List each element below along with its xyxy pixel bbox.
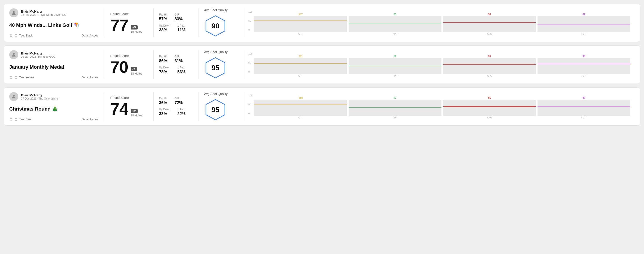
- tee-label: Tee: Yellow: [19, 76, 34, 79]
- weather-icon: [9, 33, 13, 37]
- bar-wrapper: [443, 100, 536, 116]
- card-left-section: Blair McHarg12 Feb 2022 · Royal North De…: [9, 8, 104, 37]
- quality-section: Avg Shot Quality 95: [199, 50, 244, 79]
- bar-label: ARG: [487, 75, 492, 77]
- hexagon-container: 95: [204, 98, 227, 121]
- quality-score: 95: [211, 64, 220, 72]
- top-stats-row: FW Hit 36%GIR 72%: [159, 97, 193, 105]
- round-card: Blair McHarg27 Dec 2021 · The Oxfordshir…: [4, 87, 640, 126]
- tee-label: Tee: Blue: [19, 118, 31, 121]
- fw-hit-value: 36%: [159, 101, 167, 105]
- bar-background: [254, 100, 347, 116]
- bar-value: 82: [583, 13, 585, 15]
- bar-group: 98ARG: [443, 13, 536, 35]
- bar-wrapper: [254, 58, 347, 74]
- gir-value: 72%: [174, 101, 183, 105]
- score-row: 74+218 Holes: [110, 101, 147, 117]
- bar-background: [349, 16, 442, 32]
- score-pill: +2: [130, 109, 138, 113]
- updown-label: Up/Down: [159, 108, 170, 111]
- round-card: Blair McHarg29 Jan 2022 · Mill Ride GCCJ…: [4, 45, 640, 84]
- bot-stats-row: Up/Down 78%1 Putt 56%: [159, 66, 193, 74]
- bar-group: 96ARG: [443, 55, 536, 77]
- updown-stat: Up/Down 33%: [159, 108, 170, 116]
- score-label: Round Score: [110, 12, 147, 16]
- bar-value: 101: [299, 55, 303, 57]
- fw-hit-label: FW Hit: [159, 55, 167, 58]
- bar-line: [538, 24, 630, 25]
- bar-line: [349, 23, 442, 23]
- bar-wrapper: [254, 16, 347, 32]
- bar-label: APP: [393, 75, 397, 77]
- bar-group: 95APP: [349, 13, 442, 35]
- updown-stat: Up/Down 33%: [159, 24, 170, 32]
- stats-section: FW Hit 86%GIR 61%Up/Down 78%1 Putt 56%: [154, 50, 199, 79]
- chart-area: 100500107OTT95APP98ARG82PUTT: [248, 10, 630, 35]
- data-source: Data: Arccos: [82, 118, 98, 121]
- bar-background: [443, 16, 536, 32]
- gir-stat: GIR 61%: [174, 55, 183, 63]
- bar-wrapper: [349, 58, 442, 74]
- user-meta: 29 Jan 2022 · Mill Ride GCC: [21, 55, 55, 58]
- fw-hit-value: 57%: [159, 17, 167, 21]
- chart-y-axis: 100500: [248, 94, 252, 119]
- bot-stats-row: Up/Down 33%1 Putt 11%: [159, 24, 193, 32]
- fw-hit-stat: FW Hit 86%: [159, 55, 167, 63]
- fw-hit-label: FW Hit: [159, 97, 167, 100]
- y-label: 100: [248, 10, 252, 13]
- holes-label: 18 Holes: [130, 114, 142, 117]
- card-left-section: Blair McHarg29 Jan 2022 · Mill Ride GCCJ…: [9, 50, 104, 79]
- bar-background: [538, 16, 630, 32]
- chart-section: 100500107OTT95APP98ARG82PUTT: [244, 8, 635, 37]
- bar-line: [254, 20, 347, 21]
- bar-value: 99: [583, 55, 585, 57]
- stats-section: FW Hit 57%GIR 83%Up/Down 33%1 Putt 11%: [154, 8, 199, 37]
- bar-label: OTT: [298, 117, 303, 119]
- tee-info: Tee: Blue: [9, 117, 31, 121]
- bar-line: [254, 63, 347, 64]
- svg-point-9: [10, 119, 12, 121]
- user-name: Blair McHarg: [21, 51, 55, 55]
- y-label: 100: [248, 94, 252, 97]
- y-label: 50: [248, 19, 252, 22]
- bar-wrapper: [443, 58, 536, 74]
- avatar: [9, 92, 18, 101]
- oneputt-stat: 1 Putt 56%: [177, 66, 186, 74]
- bag-icon: [14, 75, 18, 79]
- svg-point-8: [13, 95, 15, 97]
- gir-label: GIR: [174, 55, 183, 58]
- y-label: 100: [248, 52, 252, 55]
- y-label: 50: [248, 103, 252, 106]
- user-row: Blair McHarg12 Feb 2022 · Royal North De…: [9, 8, 98, 17]
- oneputt-value: 56%: [177, 70, 186, 74]
- bar-group: 93PUTT: [538, 97, 630, 119]
- bar-wrapper: [538, 100, 630, 116]
- hexagon-container: 90: [204, 15, 227, 37]
- bar-wrapper: [349, 16, 442, 32]
- score-label: Round Score: [110, 54, 147, 58]
- bar-wrapper: [538, 58, 630, 74]
- bar-value: 95: [394, 13, 396, 15]
- data-source: Data: Arccos: [82, 34, 98, 37]
- bar-label: APP: [393, 117, 397, 119]
- bar-group: 86APP: [349, 55, 442, 77]
- score-badge: -218 Holes: [130, 67, 142, 75]
- user-info: Blair McHarg27 Dec 2021 · The Oxfordshir…: [21, 93, 58, 100]
- fw-hit-stat: FW Hit 36%: [159, 97, 167, 105]
- oneputt-stat: 1 Putt 22%: [177, 108, 186, 116]
- bar-value: 98: [488, 13, 491, 15]
- score-number: 74: [110, 101, 128, 117]
- card-footer: Tee: Blue Data: Arccos: [9, 117, 98, 121]
- svg-point-1: [10, 35, 12, 37]
- score-number: 70: [110, 59, 128, 75]
- holes-label: 18 Holes: [130, 72, 142, 75]
- gir-value: 61%: [174, 59, 183, 63]
- quality-label: Avg Shot Quality: [204, 50, 228, 54]
- quality-section: Avg Shot Quality 90: [199, 8, 244, 37]
- updown-label: Up/Down: [159, 66, 170, 69]
- round-title: 40 Mph Winds... Links Golf 🪁: [9, 22, 98, 28]
- svg-rect-2: [15, 35, 17, 37]
- data-source: Data: Arccos: [82, 76, 98, 79]
- bar-line: [443, 106, 536, 107]
- bar-background: [254, 58, 347, 74]
